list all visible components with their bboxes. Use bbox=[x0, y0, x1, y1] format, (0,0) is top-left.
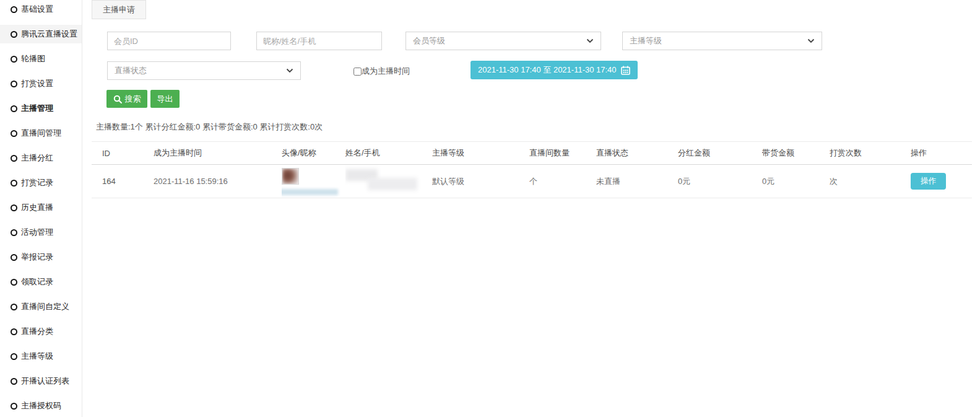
live-status-select[interactable]: 直播状态 bbox=[107, 61, 301, 80]
col-header-live-status: 直播状态 bbox=[596, 142, 678, 165]
search-button-label: 搜索 bbox=[125, 94, 141, 105]
sidebar-item-label: 主播管理 bbox=[21, 103, 53, 114]
become-anchor-time-checkbox[interactable] bbox=[353, 68, 362, 76]
col-header-avatar-nickname: 头像/昵称 bbox=[282, 142, 345, 165]
cell-reward-count: 次 bbox=[830, 165, 911, 198]
sidebar-item-broadcast-cert-list[interactable]: 开播认证列表 bbox=[0, 372, 82, 390]
cell-id: 164 bbox=[92, 165, 154, 198]
circle-icon bbox=[11, 403, 17, 410]
table-row: 164 2021-11-16 15:59:16 bbox=[92, 165, 972, 198]
main-content: 主播申请 会员等级 主播等级 直播状态 成为主播时间 2021-11-30 17… bbox=[82, 0, 980, 417]
circle-icon bbox=[11, 155, 17, 162]
anchor-level-select-value: 主播等级 bbox=[630, 35, 662, 46]
member-id-input[interactable] bbox=[107, 32, 231, 50]
col-header-room-count: 直播间数量 bbox=[529, 142, 596, 165]
avatar-blurred-content bbox=[282, 169, 298, 184]
cell-dividend-amount: 0元 bbox=[678, 165, 762, 198]
cell-avatar-nickname bbox=[282, 165, 345, 198]
sidebar-item-carousel[interactable]: 轮播图 bbox=[0, 50, 82, 68]
sidebar-item-anchor-auth-code[interactable]: 主播授权码 bbox=[0, 397, 82, 415]
circle-icon bbox=[11, 204, 17, 211]
cell-name-phone bbox=[345, 165, 432, 198]
calendar-icon bbox=[621, 66, 630, 75]
sidebar-item-anchor-management[interactable]: 主播管理 bbox=[0, 99, 82, 118]
anchor-table: ID 成为主播时间 头像/昵称 姓名/手机 主播等级 直播间数量 直播状态 分红… bbox=[92, 141, 972, 198]
circle-icon bbox=[11, 6, 17, 13]
circle-icon bbox=[11, 279, 17, 286]
become-anchor-time-checkbox-wrap[interactable]: 成为主播时间 bbox=[353, 66, 410, 77]
circle-icon bbox=[11, 378, 17, 385]
cell-goods-amount: 0元 bbox=[762, 165, 830, 198]
sidebar-item-label: 主播等级 bbox=[21, 351, 53, 362]
date-range-picker-button[interactable]: 2021-11-30 17:40 至 2021-11-30 17:40 bbox=[470, 61, 638, 79]
col-header-goods-amount: 带货金额 bbox=[762, 142, 830, 165]
sidebar-item-activity-management[interactable]: 活动管理 bbox=[0, 223, 82, 242]
circle-icon bbox=[11, 254, 17, 261]
circle-icon bbox=[11, 130, 17, 137]
chevron-down-icon bbox=[586, 38, 594, 43]
become-anchor-time-label: 成为主播时间 bbox=[362, 66, 410, 77]
sidebar-item-label: 直播分类 bbox=[21, 326, 53, 337]
export-button[interactable]: 导出 bbox=[150, 90, 180, 108]
sidebar-item-label: 领取记录 bbox=[21, 276, 53, 288]
sidebar-item-basic-settings[interactable]: 基础设置 bbox=[0, 0, 82, 19]
sidebar-item-label: 活动管理 bbox=[21, 227, 53, 238]
table-header-row: ID 成为主播时间 头像/昵称 姓名/手机 主播等级 直播间数量 直播状态 分红… bbox=[92, 142, 972, 165]
date-range-text: 2021-11-30 17:40 至 2021-11-30 17:40 bbox=[478, 64, 617, 76]
col-header-id: ID bbox=[92, 142, 154, 165]
nickname-blurred bbox=[282, 189, 338, 195]
col-header-reward-count: 打赏次数 bbox=[830, 142, 911, 165]
circle-icon bbox=[11, 229, 17, 236]
sidebar-item-liveroom-management[interactable]: 直播间管理 bbox=[0, 124, 82, 143]
search-button[interactable]: 搜索 bbox=[106, 90, 147, 108]
cell-room-count: 个 bbox=[529, 165, 596, 198]
sidebar-item-label: 举报记录 bbox=[21, 252, 53, 263]
cell-live-status: 未直播 bbox=[596, 165, 678, 198]
col-header-dividend-amount: 分红金额 bbox=[678, 142, 762, 165]
tab-anchor-application[interactable]: 主播申请 bbox=[92, 0, 146, 19]
sidebar-item-reward-settings[interactable]: 打赏设置 bbox=[0, 74, 82, 93]
row-action-button[interactable]: 操作 bbox=[911, 173, 946, 190]
anchor-avatar bbox=[282, 168, 299, 185]
sidebar-item-claim-records[interactable]: 领取记录 bbox=[0, 273, 82, 291]
circle-icon bbox=[11, 56, 17, 63]
sidebar-item-label: 轮播图 bbox=[21, 53, 45, 64]
sidebar-item-label: 打赏设置 bbox=[21, 78, 53, 89]
sidebar-item-live-category[interactable]: 直播分类 bbox=[0, 322, 82, 341]
sidebar-item-anchor-dividend[interactable]: 主播分红 bbox=[0, 149, 82, 167]
sidebar-item-label: 腾讯云直播设置 bbox=[21, 29, 77, 40]
sidebar-item-label: 开播认证列表 bbox=[21, 375, 69, 387]
nickname-name-phone-input[interactable] bbox=[256, 32, 382, 50]
member-level-select[interactable]: 会员等级 bbox=[405, 32, 601, 50]
col-header-anchor-level: 主播等级 bbox=[432, 142, 529, 165]
circle-icon bbox=[11, 180, 17, 187]
chevron-down-icon bbox=[286, 68, 293, 73]
sidebar-item-report-records[interactable]: 举报记录 bbox=[0, 248, 82, 266]
sidebar-item-tencent-live-settings[interactable]: 腾讯云直播设置 bbox=[0, 25, 82, 43]
sidebar-item-label: 直播间自定义 bbox=[21, 301, 69, 312]
circle-icon bbox=[11, 105, 17, 112]
col-header-name-phone: 姓名/手机 bbox=[345, 142, 432, 165]
chevron-down-icon bbox=[807, 38, 815, 43]
anchor-summary-stats: 主播数量:1个 累计分红金额:0 累计带货金额:0 累计打赏次数:0次 bbox=[96, 121, 323, 133]
sidebar-item-history-live[interactable]: 历史直播 bbox=[0, 198, 82, 217]
anchor-level-select[interactable]: 主播等级 bbox=[622, 32, 822, 50]
circle-icon bbox=[11, 81, 17, 87]
sidebar-item-liveroom-custom[interactable]: 直播间自定义 bbox=[0, 297, 82, 316]
search-icon bbox=[113, 95, 122, 103]
col-header-action: 操作 bbox=[911, 142, 972, 165]
sidebar: 基础设置 腾讯云直播设置 轮播图 打赏设置 主播管理 直播间管理 主播分红 打赏… bbox=[0, 0, 82, 417]
cell-anchor-level: 默认等级 bbox=[432, 165, 529, 198]
cell-action: 操作 bbox=[911, 165, 972, 198]
sidebar-item-label: 直播间管理 bbox=[21, 128, 61, 139]
cell-become-time: 2021-11-16 15:59:16 bbox=[154, 165, 282, 198]
sidebar-item-label: 历史直播 bbox=[21, 202, 53, 213]
live-status-select-value: 直播状态 bbox=[115, 65, 147, 76]
circle-icon bbox=[11, 353, 17, 360]
sidebar-item-reward-records[interactable]: 打赏记录 bbox=[0, 173, 82, 192]
phone-blurred bbox=[368, 178, 417, 190]
circle-icon bbox=[11, 31, 17, 38]
col-header-become-time: 成为主播时间 bbox=[154, 142, 282, 165]
sidebar-item-anchor-level[interactable]: 主播等级 bbox=[0, 347, 82, 366]
member-level-select-value: 会员等级 bbox=[413, 35, 445, 46]
